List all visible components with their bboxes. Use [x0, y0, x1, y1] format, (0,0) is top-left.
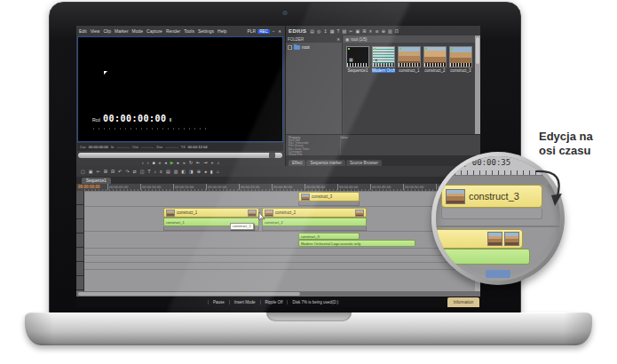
menu-render[interactable]: Render — [166, 28, 180, 34]
bin-clip-construct-2[interactable]: construct_2 — [423, 46, 447, 73]
bin-scrollbar-handle[interactable] — [476, 37, 479, 64]
bin-window-icon[interactable]: ▣ — [89, 169, 93, 174]
scrollbar-handle[interactable] — [78, 292, 300, 296]
home-icon[interactable]: ⌂ — [217, 169, 219, 174]
paste-icon[interactable]: ⊞ — [362, 28, 366, 34]
status-ripple: Ripple Off — [260, 300, 288, 305]
color-bar-icon[interactable]: ▧ — [342, 28, 346, 34]
audio-thumbnail: ◂ — [372, 46, 395, 67]
redo-icon[interactable]: ↷ — [125, 169, 129, 174]
insert-mode-icon[interactable]: ◫ — [140, 169, 145, 174]
copy-icon[interactable]: ▣ — [355, 28, 360, 34]
trim-left-icon[interactable]: ◧ — [181, 169, 186, 174]
menu-marker[interactable]: Marker — [115, 28, 129, 34]
timeline-clip-construct-2[interactable]: construct_2 construct_2 — [262, 208, 367, 231]
stop-icon[interactable]: ■ — [152, 160, 154, 165]
rec-toggle[interactable]: REC — [257, 29, 270, 34]
menu-clip[interactable]: Clip — [103, 28, 111, 34]
timeline-clip-construct-3-video[interactable]: construct_3 — [298, 192, 360, 206]
tree-item-root[interactable]: − root — [286, 43, 342, 51]
step-forward-icon[interactable]: ▸ — [178, 160, 180, 165]
add-clip-icon[interactable]: ⊞ — [104, 169, 107, 174]
trim-right-icon[interactable]: ◨ — [189, 169, 194, 174]
tab-source-browser[interactable]: Source Browser — [346, 160, 382, 166]
tree-expander-icon[interactable]: − — [288, 45, 292, 50]
save-icon[interactable]: ▢ — [81, 169, 85, 174]
bin-clip-construct-1[interactable]: construct_1 — [398, 46, 421, 73]
plr-toggle[interactable]: PLR — [247, 28, 256, 34]
mark-in-icon[interactable]: ⇤ — [196, 160, 200, 165]
timeline-ruler-ticks-1: 00:00:10:00 — [140, 184, 173, 190]
timecode-value: 00:00:00:00 — [103, 114, 167, 123]
lane-separator — [84, 255, 480, 256]
callout-arrow-icon — [529, 164, 570, 210]
remove-clip-icon[interactable]: ⊟ — [111, 169, 115, 174]
effects-icon[interactable]: ▥ — [174, 169, 178, 174]
marker-tool-icon[interactable]: ▮ — [210, 169, 213, 174]
menu-help[interactable]: Help — [218, 28, 226, 34]
next-clip-icon[interactable]: › — [147, 160, 149, 165]
shuttle-handle[interactable] — [269, 153, 275, 158]
lane-separator — [84, 269, 480, 270]
step-back-icon[interactable]: ◂ — [164, 160, 167, 165]
menu-mode[interactable]: Mode — [132, 28, 144, 34]
properties-icon[interactable]: ⊡ — [395, 28, 399, 34]
callout-caption: Edycja na osi czasu — [539, 130, 593, 158]
capture-icon[interactable]: ▦ — [330, 28, 335, 34]
audio-tool-icon[interactable]: ♪ — [154, 169, 156, 174]
close-button[interactable]: ✕ — [277, 29, 282, 34]
import-icon[interactable]: ↥ — [323, 28, 327, 34]
bin-clip-construct-3[interactable]: construct_3 — [449, 46, 472, 73]
menu-edit[interactable]: Edit — [79, 28, 87, 34]
title-icon[interactable]: T — [336, 28, 339, 34]
information-tab[interactable]: Information — [447, 297, 479, 307]
swap-icon[interactable]: ⇄ — [132, 169, 136, 174]
timeline-clip-music[interactable]: Modern Orchestral Logo acoustic only — [298, 240, 415, 247]
undo-icon[interactable]: ↶ — [118, 169, 122, 174]
mixer-icon[interactable]: ≡ — [160, 169, 162, 174]
play-icon[interactable]: ▶ — [170, 160, 174, 165]
menu-view[interactable]: View — [91, 28, 100, 34]
bin-clip-modern-orchestral[interactable]: ◂ Modern Orchestr... — [372, 46, 395, 73]
add-marker-icon[interactable]: + — [211, 160, 214, 165]
bin-view-icon: ▣ — [345, 37, 349, 42]
dur-value: --:--:--:-- — [165, 145, 178, 149]
photo-thumbnail — [449, 46, 472, 67]
cut-mode-icon[interactable]: ✂ — [96, 169, 99, 174]
fast-forward-icon[interactable]: » — [183, 160, 186, 165]
audio-monitor-icon[interactable]: ♪ — [217, 160, 219, 165]
rewind-icon[interactable]: « — [158, 160, 161, 165]
menu-settings[interactable]: Settings — [198, 28, 214, 34]
delete-icon[interactable]: ✕ — [368, 28, 372, 34]
list-view-icon[interactable]: ▥ — [388, 28, 392, 34]
bin-clip-label: construct_3 — [449, 68, 472, 73]
magnified-scroll-chip — [486, 270, 510, 278]
add-track-icon[interactable]: ⊕ — [197, 169, 201, 174]
prev-clip-icon[interactable]: ‹ — [142, 160, 144, 165]
track-header-column[interactable] — [76, 191, 84, 291]
menu-tools[interactable]: Tools — [184, 28, 194, 34]
title-tool-icon[interactable]: T — [147, 169, 150, 174]
caption-line-2: osi czasu — [539, 144, 593, 158]
bin-clip-sequence1[interactable]: ▦ Sequence1 — [346, 46, 369, 73]
tab-sequence1[interactable]: Sequence1 — [82, 178, 111, 184]
track-view-icon[interactable]: ▤ — [166, 169, 170, 174]
timeline-clip-construct-3-audio[interactable]: construct_3 — [298, 233, 360, 240]
shuttle-slider[interactable] — [78, 153, 282, 158]
timeline-ruler[interactable]: 00:00:00;00 00:00:05:0000:00:10:0000:00:… — [76, 184, 480, 191]
cut-icon[interactable]: ✂ — [349, 28, 352, 34]
menu-capture[interactable]: Capture — [146, 28, 162, 34]
add-clip-icon[interactable]: ⊕ — [382, 28, 385, 34]
search-icon[interactable]: ◎ — [317, 28, 320, 34]
folder-panel-close-icon[interactable]: ✕ — [336, 37, 340, 42]
record-icon[interactable]: ● — [204, 169, 207, 174]
bin-scrollbar[interactable] — [475, 36, 480, 134]
minimize-button[interactable]: – — [272, 29, 276, 34]
new-sequence-icon[interactable]: ▤ — [310, 28, 314, 34]
waveform-icon[interactable]: ≋ — [376, 28, 379, 34]
loop-icon[interactable]: ↻ — [189, 160, 193, 165]
tab-sequence-marker[interactable]: Sequence marker — [306, 160, 345, 166]
safe-area-mark-icon — [104, 71, 107, 75]
mark-out-icon[interactable]: ⇥ — [203, 160, 207, 165]
tab-effect[interactable]: Effect — [289, 160, 305, 166]
